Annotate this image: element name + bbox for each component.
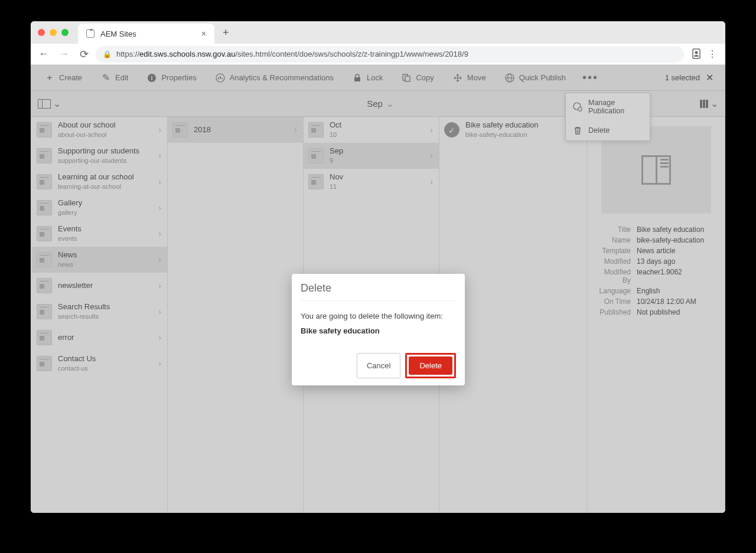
- delete-button-highlight: Delete: [405, 353, 456, 378]
- close-tab-icon[interactable]: ×: [201, 29, 206, 38]
- address-bar[interactable]: 🔒 https://edit.sws.schools.nsw.gov.au/si…: [96, 46, 684, 63]
- dialog-title: Delete: [301, 282, 456, 301]
- forward-button[interactable]: →: [56, 46, 72, 63]
- url-text: https://edit.sws.schools.nsw.gov.au/site…: [116, 50, 468, 58]
- app-content: +Create ✎Edit iProperties Analytics & Re…: [31, 65, 725, 513]
- reload-button[interactable]: ⟳: [76, 46, 92, 63]
- back-button[interactable]: ←: [35, 46, 52, 63]
- profile-icon[interactable]: [691, 48, 702, 60]
- cancel-button[interactable]: Cancel: [357, 353, 400, 378]
- maximize-window-button[interactable]: [61, 29, 69, 36]
- svg-point-1: [695, 51, 698, 54]
- dialog-item-name: Bike safety education: [301, 326, 456, 335]
- page-icon: [86, 30, 94, 38]
- titlebar: AEM Sites × +: [31, 21, 725, 44]
- browser-tab[interactable]: AEM Sites ×: [78, 24, 214, 44]
- dialog-actions: Cancel Delete: [301, 353, 456, 378]
- delete-confirm-button[interactable]: Delete: [409, 356, 452, 375]
- tab-title: AEM Sites: [100, 30, 136, 38]
- minimize-window-button[interactable]: [50, 29, 57, 36]
- browser-window: AEM Sites × + ← → ⟳ 🔒 https://edit.sws.s…: [31, 21, 725, 513]
- url-bar: ← → ⟳ 🔒 https://edit.sws.schools.nsw.gov…: [31, 44, 725, 65]
- menu-icon[interactable]: ⋮: [708, 48, 717, 60]
- traffic-lights: [38, 29, 69, 36]
- lock-icon: 🔒: [103, 50, 112, 58]
- dialog-message: You are going to delete the following it…: [301, 312, 456, 320]
- delete-dialog: Delete You are going to delete the follo…: [292, 274, 465, 385]
- new-tab-button[interactable]: +: [214, 27, 237, 39]
- close-window-button[interactable]: [38, 29, 45, 36]
